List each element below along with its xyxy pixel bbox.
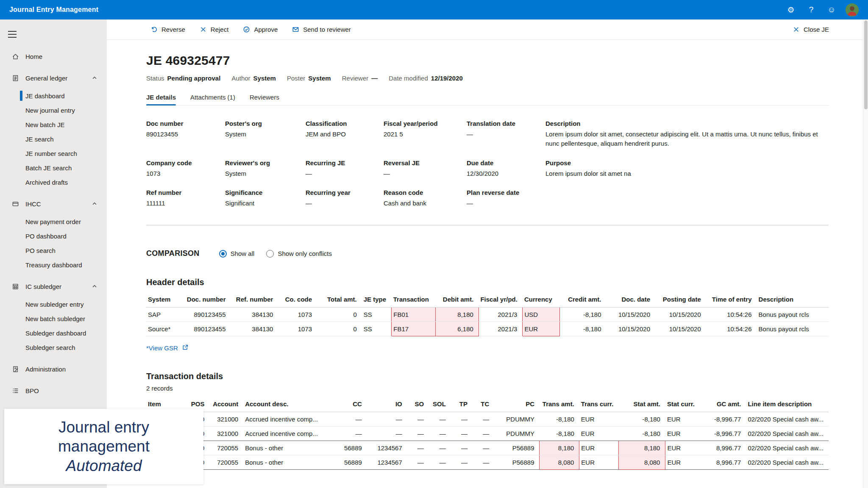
sidebar-item-label: PO dashboard [25,233,67,240]
button-label: Reverse [161,26,185,33]
radio-show-only-conflicts[interactable]: Show only conflicts [266,250,332,258]
field-label: Reviewer's org [225,159,306,166]
reject-button[interactable]: Reject [200,26,229,33]
close-je-button[interactable]: Close JE [793,26,829,33]
field-label: Due date [467,159,545,166]
column-header-trans-amt: Trans amt. [540,399,579,412]
field-value: Lorem ipsum dolor sit amet, consectetur … [545,130,825,148]
sidebar-item-treasury-dashboard[interactable]: Treasury dashboard [0,258,107,272]
cell: SS [362,308,392,322]
sidebar-item-bpo[interactable]: BPO [0,383,107,398]
help-icon[interactable]: ? [804,3,818,17]
chevron-up-icon[interactable] [92,201,97,207]
scrollbar-thumb[interactable] [864,20,868,109]
chevron-up-icon[interactable] [92,283,97,289]
column-header-co-code: Co. code [278,294,317,308]
sidebar-group-ihcc: New payment orderPO dashboardPO searchTr… [0,214,107,272]
column-header-fiscal-yr-pd: Fiscal yr/pd. [479,294,523,308]
promo-line-1: Journal entry [58,418,149,437]
sidebar-item-label: New journal entry [25,107,75,114]
cell: -8,180 [619,427,665,441]
conflict-cell: 8,080 [619,455,665,470]
button-label: Reject [211,26,229,33]
sidebar-item-new-journal-entry[interactable]: New journal entry [0,103,107,117]
cell: -8,996.77 [701,427,746,441]
sidebar-item-administration[interactable]: Administration [0,362,107,376]
je-details-fields: Doc number890123455Poster's orgSystemCla… [146,120,829,208]
button-label: Send to reviewer [303,26,351,33]
column-header-je-type: JE type [362,294,392,308]
sidebar-item-je-dashboard[interactable]: JE dashboard [0,89,107,103]
radio-show-all[interactable]: Show all [219,250,255,258]
sidebar-item-general-ledger[interactable]: General ledger [0,71,107,85]
sidebar-item-new-batch-subledger[interactable]: New batch subledger [0,311,107,326]
comparison-filter-group: Show allShow only conflicts [219,250,344,258]
sidebar-item-label: Archived drafts [25,179,68,186]
meta-value: System [308,75,331,82]
gear-icon[interactable]: ⚙ [784,3,798,17]
column-header-account-desc: Account desc. [243,399,326,412]
meta-reviewer: Reviewer— [342,75,378,82]
vertical-scrollbar[interactable] [863,19,868,488]
sidebar-item-archived-drafts[interactable]: Archived drafts [0,175,107,189]
field-value: 1073 [146,169,225,178]
cell: 2021/3 [479,322,523,336]
sidebar-item-home[interactable]: Home [0,49,107,64]
sidebar-item-batch-je-search[interactable]: Batch JE search [0,161,107,175]
cell: -8,180 [540,412,579,427]
cell: — [367,412,407,427]
sidebar-item-je-search[interactable]: JE search [0,132,107,146]
meta-label: Status [146,75,164,82]
send-to-reviewer-button[interactable]: Send to reviewer [292,26,351,33]
field-recurring-year: Recurring year— [306,189,384,208]
chevron-up-icon[interactable] [92,75,97,81]
cell: EUR [579,441,619,455]
sidebar-item-new-subledger-entry[interactable]: New subledger entry [0,297,107,311]
avatar[interactable] [846,3,859,17]
meta-label: Reviewer [342,75,369,82]
field-significance: SignificanceSignificant [225,189,306,208]
cell: Accrued incentive comp... [243,412,326,427]
view-gsr-link[interactable]: *View GSR [146,344,189,352]
hamburger-menu-button[interactable] [7,27,21,42]
main-panel: ReverseRejectApproveSend to reviewer Clo… [107,19,868,488]
field-reason-code: Reason codeCash and bank [384,189,467,208]
field-label: Recurring JE [306,159,384,166]
meta-author: AuthorSystem [231,75,276,82]
cell: P56889 [494,455,540,470]
cell: Bonus - other [243,441,326,455]
sidebar-item-subledger-dashboard[interactable]: Subledger dashboard [0,326,107,340]
cell: EUR [665,455,701,470]
approve-button[interactable]: Approve [243,26,278,33]
sidebar-item-new-batch-je[interactable]: New batch JE [0,117,107,132]
sidebar-item-subledger-search[interactable]: Subledger search [0,340,107,355]
cell: P56889 [494,441,540,455]
tab-je-details[interactable]: JE details [146,94,176,105]
sidebar-item-po-search[interactable]: PO search [0,243,107,258]
meta-value: — [371,75,378,82]
sidebar-item-ic-subledger[interactable]: IC subledger [0,279,107,294]
menu-icon [8,31,17,32]
sidebar-item-new-payment-order[interactable]: New payment order [0,214,107,229]
sidebar-item-label: PO search [25,247,56,254]
sidebar-item-po-dashboard[interactable]: PO dashboard [0,229,107,243]
cell: SAP [146,308,184,322]
reverse-button[interactable]: Reverse [150,26,185,33]
app-title: Journal Entry Management [9,6,98,14]
button-label: Approve [254,26,278,33]
sidebar-item-label: New subledger entry [25,301,84,308]
column-header-transaction: Transaction [392,294,436,308]
cell: — [429,455,451,470]
table-row: SAP89012345538413010730SSFB018,1802021/3… [146,308,829,322]
field-value: 890123455 [146,130,225,139]
tab-reviewers[interactable]: Reviewers [250,94,279,105]
sidebar-item-ihcc[interactable]: IHCC [0,197,107,211]
smiley-icon[interactable]: ☺ [824,3,839,17]
admin-icon [12,366,19,373]
sidebar-item-je-number-search[interactable]: JE number search [0,146,107,161]
field-value: 12/30/2020 [467,169,545,178]
conflict-cell: 8,180 [540,441,579,455]
selected-indicator [20,91,22,101]
tab-attachments-1[interactable]: Attachments (1) [190,94,235,105]
transaction-details-table: ItemPOSAccountAccount desc.CCIOSOSOLTPTC… [146,399,829,470]
